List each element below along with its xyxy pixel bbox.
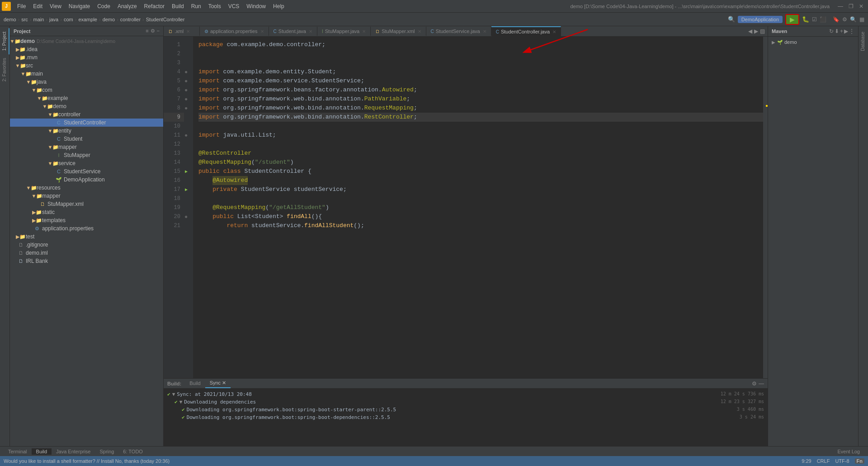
tab-stumapper-xml-close[interactable]: ✕ xyxy=(418,29,421,34)
tab-student-close[interactable]: ✕ xyxy=(309,29,312,34)
action-tab-todo[interactable]: 6: TODO xyxy=(118,448,147,455)
breadcrumb-example[interactable]: example xyxy=(78,17,97,22)
tree-settings-icon[interactable]: ⚙ xyxy=(151,28,155,34)
tree-item-resources[interactable]: ▼📁 resources xyxy=(10,184,163,192)
debug-icon[interactable]: 🐛 xyxy=(802,16,809,23)
menu-file[interactable]: File xyxy=(14,2,29,10)
run-button[interactable]: ▶ xyxy=(785,14,799,25)
breadcrumb-demo[interactable]: demo xyxy=(4,17,16,22)
tab-studentservice[interactable]: C StudentService.java ✕ xyxy=(426,27,491,36)
tree-item-gitignore[interactable]: 🗋 .gitignore xyxy=(10,241,163,249)
tree-item-mapper[interactable]: ▼📁 mapper xyxy=(10,143,163,151)
breadcrumb-demo2[interactable]: demo xyxy=(103,17,115,22)
tab-scroll-right-icon[interactable]: ▶ xyxy=(754,28,758,34)
tab-stumapper-java-close[interactable]: ✕ xyxy=(362,29,366,34)
minimize-btn[interactable]: — xyxy=(835,3,846,10)
tree-item-demo-root[interactable]: ▼📁 demo D:\Some Code\04-Java-Learning\de… xyxy=(10,37,163,45)
menu-code[interactable]: Code xyxy=(94,2,114,10)
layout-icon[interactable]: ▦ xyxy=(859,16,864,23)
tree-item-entity[interactable]: ▼📁 entity xyxy=(10,127,163,135)
tree-item-studentservice[interactable]: C StudentService xyxy=(10,167,163,176)
tree-item-stumapper-xml[interactable]: 🗋 StuMapper.xml xyxy=(10,200,163,208)
tree-item-demo-pkg[interactable]: ▼📁 demo xyxy=(10,102,163,110)
tree-item-test[interactable]: ▶📁 test xyxy=(10,233,163,241)
tree-item-stumapper[interactable]: I StuMapper xyxy=(10,151,163,159)
tree-item-student-controller[interactable]: C StudentController xyxy=(10,119,163,127)
bottom-minimize-icon[interactable]: — xyxy=(759,380,764,387)
settings-icon[interactable]: ⚙ xyxy=(842,16,847,23)
maven-more-btn[interactable]: ⋮ xyxy=(849,28,854,34)
breadcrumb-class[interactable]: StudentController xyxy=(146,17,185,22)
tree-item-student[interactable]: C Student xyxy=(10,135,163,143)
action-tab-event-log[interactable]: Event Log xyxy=(833,448,864,455)
menu-run[interactable]: Run xyxy=(188,2,205,10)
breadcrumb-src[interactable]: src xyxy=(21,17,28,22)
bottom-tab-build[interactable]: Build xyxy=(185,379,205,388)
tree-item-demoapplication[interactable]: 🌱 DemoApplication xyxy=(10,176,163,184)
breadcrumb-controller[interactable]: controller xyxy=(120,17,141,22)
tab-stumapper-xml[interactable]: 🗋 StuMapper.xml ✕ xyxy=(371,27,426,36)
breadcrumb-main[interactable]: main xyxy=(33,17,44,22)
tree-item-controller[interactable]: ▼📁 controller xyxy=(10,110,163,119)
bookmark-icon[interactable]: 🔖 xyxy=(833,16,840,23)
menu-view[interactable]: View xyxy=(46,2,65,10)
vtab-database[interactable]: Database xyxy=(859,28,868,55)
tab-student[interactable]: C Student.java ✕ xyxy=(269,27,317,36)
stop-icon[interactable]: ⬛ xyxy=(820,16,826,23)
tree-item-main[interactable]: ▼📁 main xyxy=(10,70,163,78)
menu-navigate[interactable]: Navigate xyxy=(65,2,94,10)
menu-analyze[interactable]: Analyze xyxy=(114,2,141,10)
maven-run-btn[interactable]: ▶ xyxy=(844,28,848,34)
tree-item-service[interactable]: ▼📁 service xyxy=(10,159,163,167)
tree-item-java[interactable]: ▼📁 java xyxy=(10,78,163,86)
tree-item-com[interactable]: ▼📁 com xyxy=(10,86,163,94)
tree-collapse-icon[interactable]: ≡ xyxy=(146,28,148,34)
close-btn[interactable]: ✕ xyxy=(856,3,866,10)
action-tab-build[interactable]: Build xyxy=(32,448,52,455)
tree-item-mvn[interactable]: ▶📁 .mvn xyxy=(10,53,163,62)
tab-prop-close[interactable]: ✕ xyxy=(260,29,264,34)
menu-vcs[interactable]: VCS xyxy=(225,2,243,10)
menu-tools[interactable]: Tools xyxy=(205,2,225,10)
tree-item-app-properties[interactable]: ⚙ application.properties xyxy=(10,224,163,233)
tree-item-static[interactable]: ▶📁 static xyxy=(10,208,163,216)
vtab-favorites[interactable]: 2: Favorites xyxy=(0,54,9,85)
tab-studentcontroller[interactable]: C StudentController.java ✕ xyxy=(491,26,561,36)
bottom-settings-icon[interactable]: ⚙ xyxy=(752,380,757,387)
split-editor-icon[interactable]: ▨ xyxy=(760,28,765,34)
tree-item-templates[interactable]: ▶📁 templates xyxy=(10,216,163,224)
tab-stumapper-java[interactable]: I StuMapper.java ✕ xyxy=(317,27,371,36)
tab-studentcontroller-close[interactable]: ✕ xyxy=(552,29,556,34)
search-everywhere-icon[interactable]: 🔍 xyxy=(728,16,735,23)
code-content[interactable]: package com.example.demo.controller; imp… xyxy=(193,37,763,378)
tree-item-example[interactable]: ▼📁 example xyxy=(10,94,163,102)
menu-refactor[interactable]: Refactor xyxy=(141,2,168,10)
tab-app-properties[interactable]: ⚙ application.properties ✕ xyxy=(200,27,269,36)
deps-expand-icon[interactable]: ▼ xyxy=(179,399,183,405)
search-icon[interactable]: 🔍 xyxy=(850,16,857,23)
action-tab-spring[interactable]: Spring xyxy=(95,448,118,455)
tree-item-demo-iml[interactable]: 🗋 demo.iml xyxy=(10,249,163,257)
maven-add-btn[interactable]: + xyxy=(840,28,843,34)
tab-studentservice-close[interactable]: ✕ xyxy=(483,29,486,34)
tree-item-irlbank[interactable]: 🗋 IRL Bank xyxy=(10,257,163,265)
breadcrumb-com[interactable]: com xyxy=(64,17,73,22)
tab-xml[interactable]: 🗋 .xml ✕ xyxy=(164,27,200,36)
tree-item-src[interactable]: ▼📁 src xyxy=(10,62,163,70)
tab-xml-close[interactable]: ✕ xyxy=(186,29,190,34)
menu-build[interactable]: Build xyxy=(168,2,188,10)
maven-item-demo[interactable]: ▶ 🌱 demo xyxy=(770,38,856,46)
run-with-coverage-icon[interactable]: ☑ xyxy=(812,16,817,23)
menu-edit[interactable]: Edit xyxy=(29,2,46,10)
tab-scroll-left-icon[interactable]: ◀ xyxy=(748,28,752,34)
tree-item-idea[interactable]: ▶📁 .idea xyxy=(10,45,163,53)
breadcrumb-java[interactable]: java xyxy=(49,17,58,22)
tree-expand-icon[interactable]: − xyxy=(157,28,160,34)
action-tab-java-enterprise[interactable]: Java Enterprise xyxy=(52,448,95,455)
tree-item-resources-mapper[interactable]: ▼📁 mapper xyxy=(10,192,163,200)
menu-help[interactable]: Help xyxy=(269,2,288,10)
action-tab-terminal[interactable]: Terminal xyxy=(4,448,32,455)
menu-window[interactable]: Window xyxy=(243,2,269,10)
maximize-btn[interactable]: ❐ xyxy=(846,3,856,10)
run-config-btn[interactable]: DemoApplication xyxy=(738,16,783,23)
